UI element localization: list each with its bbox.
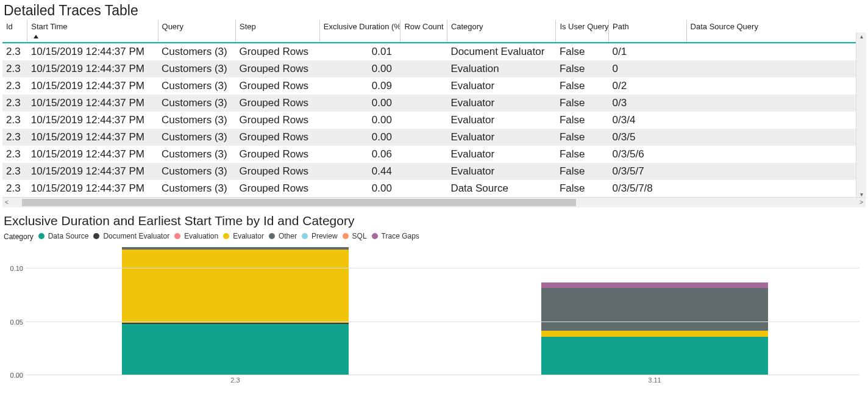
- cell-dsq: [686, 43, 866, 60]
- scroll-right-icon[interactable]: >: [859, 198, 863, 207]
- legend-item[interactable]: Data Source: [38, 232, 89, 240]
- cell-cat: Evaluator: [447, 95, 556, 112]
- horizontal-scrollbar[interactable]: < >: [2, 197, 866, 207]
- column-header-path[interactable]: Path: [609, 20, 687, 43]
- legend-item[interactable]: Document Evaluator: [93, 232, 169, 240]
- cell-path: 0/3/5/6: [609, 146, 687, 163]
- cell-rc: [400, 180, 447, 197]
- cell-query: Customers (3): [158, 163, 236, 180]
- cell-path: 0/3/5: [609, 129, 687, 146]
- cell-start: 10/15/2019 12:44:37 PM: [27, 129, 158, 146]
- chart-x-axis: 2.33.11: [26, 375, 859, 387]
- cell-dsq: [686, 146, 866, 163]
- table-row[interactable]: 2.310/15/2019 12:44:37 PMCustomers (3)Gr…: [2, 163, 866, 180]
- legend-item[interactable]: Preview: [302, 232, 338, 240]
- y-tick-label: 0.05: [10, 318, 23, 326]
- bar-segment-evaluator[interactable]: [122, 250, 349, 323]
- cell-start: 10/15/2019 12:44:37 PM: [27, 95, 158, 112]
- legend-item[interactable]: Trace Gaps: [372, 232, 419, 240]
- cell-cat: Evaluator: [447, 112, 556, 129]
- legend-item-label: SQL: [352, 232, 367, 240]
- cell-rc: [400, 163, 447, 180]
- legend-swatch-icon: [302, 233, 308, 239]
- column-header-label: Data Source Query: [691, 22, 758, 31]
- cell-ed: 0.00: [319, 112, 400, 129]
- cell-step: Grouped Rows: [236, 129, 320, 146]
- cell-rc: [400, 60, 447, 77]
- cell-path: 0: [609, 60, 687, 77]
- cell-ed: 0.01: [319, 43, 400, 60]
- cell-step: Grouped Rows: [236, 163, 320, 180]
- table-row[interactable]: 2.310/15/2019 12:44:37 PMCustomers (3)Gr…: [2, 77, 866, 95]
- cell-uq: False: [556, 43, 609, 60]
- table-row[interactable]: 2.310/15/2019 12:44:37 PMCustomers (3)Gr…: [2, 146, 866, 163]
- cell-path: 0/3/4: [609, 112, 687, 129]
- column-header-step[interactable]: Step: [236, 20, 320, 43]
- cell-id: 2.3: [2, 180, 27, 197]
- cell-step: Grouped Rows: [236, 77, 320, 95]
- column-header-uq[interactable]: Is User Query: [556, 20, 609, 43]
- table-row[interactable]: 2.310/15/2019 12:44:37 PMCustomers (3)Gr…: [2, 60, 866, 77]
- cell-dsq: [686, 112, 866, 129]
- bar-3.11[interactable]: [541, 282, 768, 375]
- cell-cat: Evaluator: [447, 77, 556, 95]
- bar-segment-data-source[interactable]: [541, 337, 768, 375]
- column-header-id[interactable]: Id: [2, 20, 27, 43]
- cell-rc: [400, 146, 447, 163]
- cell-dsq: [686, 129, 866, 146]
- table-row[interactable]: 2.310/15/2019 12:44:37 PMCustomers (3)Gr…: [2, 129, 866, 146]
- cell-cat: Evaluation: [447, 60, 556, 77]
- scroll-up-icon[interactable]: ▴: [860, 32, 863, 41]
- column-header-query[interactable]: Query: [158, 20, 236, 43]
- cell-start: 10/15/2019 12:44:37 PM: [27, 180, 158, 197]
- legend-swatch-icon: [223, 233, 229, 239]
- column-header-rc[interactable]: Row Count: [400, 20, 447, 43]
- column-header-ed[interactable]: Exclusive Duration (%): [319, 20, 400, 43]
- vertical-scrollbar[interactable]: ▴ ▾: [856, 32, 866, 199]
- table-row[interactable]: 2.310/15/2019 12:44:37 PMCustomers (3)Gr…: [2, 43, 866, 60]
- cell-dsq: [686, 163, 866, 180]
- cell-ed: 0.00: [319, 129, 400, 146]
- cell-id: 2.3: [2, 146, 27, 163]
- bar-segment-trace-gaps[interactable]: [541, 282, 768, 288]
- column-header-cat[interactable]: Category: [447, 20, 556, 43]
- table-row[interactable]: 2.310/15/2019 12:44:37 PMCustomers (3)Gr…: [2, 180, 866, 197]
- x-tick-label: 3.11: [648, 376, 661, 384]
- legend-item[interactable]: Evaluator: [223, 232, 264, 240]
- cell-query: Customers (3): [158, 77, 236, 95]
- cell-cat: Evaluator: [447, 129, 556, 146]
- cell-path: 0/1: [609, 43, 687, 60]
- scrollbar-thumb[interactable]: [22, 199, 576, 206]
- column-header-start[interactable]: Start Time: [27, 20, 158, 43]
- cell-uq: False: [556, 163, 609, 180]
- bar-2.3[interactable]: [122, 247, 349, 375]
- bar-segment-evaluator[interactable]: [541, 331, 768, 337]
- cell-start: 10/15/2019 12:44:37 PM: [27, 77, 158, 95]
- legend-item[interactable]: Other: [269, 232, 297, 240]
- chart-plot[interactable]: [26, 247, 859, 375]
- legend-item[interactable]: SQL: [343, 232, 367, 240]
- bar-segment-other[interactable]: [541, 288, 768, 331]
- legend-item-label: Trace Gaps: [382, 232, 419, 240]
- table-title: Detailed Traces Table: [4, 2, 866, 19]
- sort-asc-icon: [34, 35, 38, 38]
- cell-uq: False: [556, 95, 609, 112]
- cell-id: 2.3: [2, 95, 27, 112]
- cell-dsq: [686, 180, 866, 197]
- column-header-label: Query: [162, 22, 183, 31]
- scroll-left-icon[interactable]: <: [5, 198, 9, 207]
- traces-table[interactable]: IdStart TimeQueryStepExclusive Duration …: [2, 20, 866, 197]
- table-row[interactable]: 2.310/15/2019 12:44:37 PMCustomers (3)Gr…: [2, 112, 866, 129]
- legend-swatch-icon: [174, 233, 180, 239]
- legend-item[interactable]: Evaluation: [174, 232, 218, 240]
- legend-swatch-icon: [38, 233, 44, 239]
- chart-area: 0.000.050.10 2.33.11: [5, 247, 859, 387]
- cell-start: 10/15/2019 12:44:37 PM: [27, 163, 158, 180]
- cell-uq: False: [556, 112, 609, 129]
- cell-id: 2.3: [2, 43, 27, 60]
- table-row[interactable]: 2.310/15/2019 12:44:37 PMCustomers (3)Gr…: [2, 95, 866, 112]
- bar-segment-data-source[interactable]: [122, 324, 349, 375]
- legend-swatch-icon: [269, 233, 275, 239]
- cell-start: 10/15/2019 12:44:37 PM: [27, 146, 158, 163]
- column-header-dsq[interactable]: Data Source Query: [686, 20, 866, 43]
